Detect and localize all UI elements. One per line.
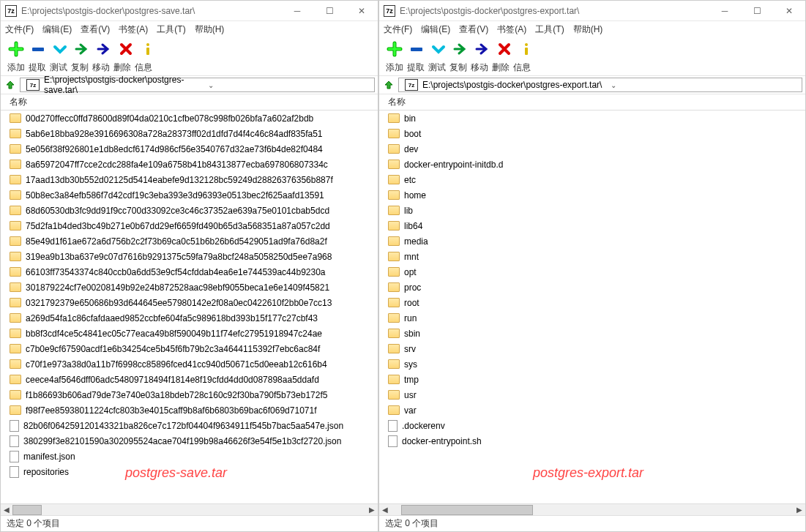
list-item[interactable]: 380299f3e82101590a302095524acae704f199b9… xyxy=(1,433,378,449)
up-icon[interactable] xyxy=(4,78,17,91)
scroll-left-icon[interactable]: ◀ xyxy=(379,504,391,516)
list-item[interactable]: bb8f3cdf4ce5c4841ec05c77eaca49b8f590049b… xyxy=(1,326,378,341)
list-item[interactable]: lib64 xyxy=(379,218,805,233)
list-item[interactable]: usr xyxy=(379,387,805,402)
add-icon[interactable] xyxy=(8,41,24,57)
list-item[interactable]: 319ea9b13ba637e9c07d7616b9291375c59fa79a… xyxy=(1,249,378,264)
file-list[interactable]: 00d270ffecc0ffd78600d89f04da0210c1cfbe07… xyxy=(1,110,378,503)
app-icon: 7z xyxy=(384,5,395,17)
menu-tools[interactable]: 工具(T) xyxy=(157,23,185,36)
scroll-right-icon[interactable]: ▶ xyxy=(366,504,378,516)
list-item[interactable]: 66103ff73543374c840ccb0a6dd53e9cf54cfdda… xyxy=(1,264,378,280)
list-item[interactable]: 5e056f38f926801e1db8edcf6174d986cf56e354… xyxy=(1,141,378,157)
list-item[interactable]: 85e49d1f61ae672a6d756b2c2f73b69ca0c51b6b… xyxy=(1,233,378,249)
move-icon[interactable] xyxy=(96,41,112,57)
list-item[interactable]: bin xyxy=(379,110,805,126)
copy-icon[interactable] xyxy=(74,41,90,57)
scroll-right-icon[interactable]: ▶ xyxy=(794,504,805,516)
list-item[interactable]: 17aad13db30b552d02125d5414eabefe9d132128… xyxy=(1,172,378,187)
delete-icon[interactable] xyxy=(496,41,512,57)
list-item[interactable]: 0321792379e650686b93d644645ee57980142e2f… xyxy=(1,295,378,310)
column-header[interactable]: 名称 xyxy=(379,94,805,110)
dropdown-icon[interactable]: ⌄ xyxy=(208,81,372,89)
list-item[interactable]: 00d270ffecc0ffd78600d89f04da0210c1cfbe07… xyxy=(1,110,378,126)
list-item[interactable]: 50b8ec3a84efb586f7d42cdf19c3eba393e3d963… xyxy=(1,187,378,203)
up-icon[interactable] xyxy=(382,78,395,91)
menu-help[interactable]: 帮助(H) xyxy=(573,23,603,36)
delete-icon[interactable] xyxy=(118,41,134,57)
test-icon[interactable] xyxy=(52,41,68,57)
list-item[interactable]: lib xyxy=(379,203,805,218)
minimize-button[interactable]: ─ xyxy=(709,1,741,21)
list-item[interactable]: srv xyxy=(379,341,805,356)
address-input[interactable]: 7z E:\projects\postgis-docker\postgres-s… xyxy=(20,78,375,92)
minimize-button[interactable]: ─ xyxy=(281,1,313,21)
list-item[interactable]: 68d60530db3fc9dd91f9cc700d33092ce3c46c37… xyxy=(1,203,378,218)
add-icon[interactable] xyxy=(387,41,403,57)
scrollbar-horizontal[interactable]: ◀ ▶ xyxy=(1,503,378,515)
list-item[interactable]: 75d2fa1b4ded3bc49b271e0b67dd29ef6659fd49… xyxy=(1,218,378,233)
list-item[interactable]: media xyxy=(379,233,805,249)
scroll-left-icon[interactable]: ◀ xyxy=(1,504,12,516)
list-item[interactable]: etc xyxy=(379,172,805,187)
menu-bookmark[interactable]: 书签(A) xyxy=(119,23,148,36)
list-item[interactable]: c70f1e973a38d0a11b7f6998cc85896fced41cc9… xyxy=(1,356,378,372)
column-header[interactable]: 名称 xyxy=(1,94,378,110)
list-item[interactable]: 82b06f064259120143321ba826ce7c172bf04404… xyxy=(1,418,378,433)
list-item[interactable]: dev xyxy=(379,141,805,157)
list-item[interactable]: proc xyxy=(379,280,805,295)
menu-bookmark[interactable]: 书签(A) xyxy=(497,23,526,36)
list-item[interactable]: .dockerenv xyxy=(379,418,805,433)
extract-icon[interactable] xyxy=(30,41,46,57)
titlebar[interactable]: 7z E:\projects\postgis-docker\postgres-e… xyxy=(379,1,805,21)
list-item[interactable]: boot xyxy=(379,126,805,141)
list-item[interactable]: ceece4af5646dff06adc54809718494f1814e8f1… xyxy=(1,372,378,387)
list-item[interactable]: 8a65972047ff7cce2cdc288fa4e109a6758b41b8… xyxy=(1,157,378,172)
extract-icon[interactable] xyxy=(408,41,425,57)
dropdown-icon[interactable]: ⌄ xyxy=(611,81,799,89)
list-item[interactable]: run xyxy=(379,310,805,326)
address-input[interactable]: 7z E:\projects\postgis-docker\postgres-e… xyxy=(398,78,802,92)
move-icon[interactable] xyxy=(474,41,490,57)
list-item[interactable]: opt xyxy=(379,264,805,280)
menu-file[interactable]: 文件(F) xyxy=(384,23,412,36)
list-item[interactable]: c7b0e9cf67590acdf1e6b34254ce5b45f6fb79b2… xyxy=(1,341,378,356)
list-item[interactable]: root xyxy=(379,295,805,310)
list-item[interactable]: a269d54fa1c86cfafdaaed9852ccbfe604fa5c98… xyxy=(1,310,378,326)
folder-icon xyxy=(388,113,400,123)
maximize-button[interactable]: ☐ xyxy=(313,1,346,21)
list-item[interactable]: sys xyxy=(379,356,805,372)
list-item[interactable]: var xyxy=(379,402,805,418)
close-button[interactable]: ✕ xyxy=(346,1,378,21)
list-item[interactable]: f1b86693b606ad79de73e740e03a18bdeb728c16… xyxy=(1,387,378,402)
list-item[interactable]: home xyxy=(379,187,805,203)
info-icon[interactable] xyxy=(140,41,156,57)
list-item[interactable]: 301879224cf7e00208149b92e24b872528aac98e… xyxy=(1,280,378,295)
menu-tools[interactable]: 工具(T) xyxy=(535,23,564,36)
list-item[interactable]: docker-entrypoint.sh xyxy=(379,433,805,449)
test-icon[interactable] xyxy=(430,41,447,57)
file-list[interactable]: binbootdevdocker-entrypoint-initdb.detch… xyxy=(379,110,805,503)
list-item[interactable]: sbin xyxy=(379,326,805,341)
menu-view[interactable]: 查看(V) xyxy=(81,23,110,36)
file-name: docker-entrypoint-initdb.d xyxy=(404,160,503,170)
scrollbar-horizontal[interactable]: ◀ ▶ xyxy=(379,503,805,515)
titlebar[interactable]: 7z E:\projects\postgis-docker\postgres-s… xyxy=(1,1,378,21)
list-item[interactable]: tmp xyxy=(379,372,805,387)
maximize-button[interactable]: ☐ xyxy=(741,1,773,21)
menu-edit[interactable]: 编辑(E) xyxy=(42,23,72,36)
info-icon[interactable] xyxy=(518,41,534,57)
scroll-thumb[interactable] xyxy=(12,505,42,515)
close-button[interactable]: ✕ xyxy=(773,1,805,21)
list-item[interactable]: docker-entrypoint-initdb.d xyxy=(379,157,805,172)
menu-view[interactable]: 查看(V) xyxy=(459,23,488,36)
list-item[interactable]: 5ab6e18bba928e3916696308a728a28373ff02d1… xyxy=(1,126,378,141)
list-item[interactable]: manifest.json xyxy=(1,449,378,464)
menu-help[interactable]: 帮助(H) xyxy=(195,23,225,36)
scroll-thumb[interactable] xyxy=(401,505,533,515)
menu-edit[interactable]: 编辑(E) xyxy=(421,23,450,36)
copy-icon[interactable] xyxy=(452,41,469,57)
list-item[interactable]: mnt xyxy=(379,249,805,264)
menu-file[interactable]: 文件(F) xyxy=(5,23,34,36)
list-item[interactable]: f98f7ee85938011224cfc803b3e4015caff9b8af… xyxy=(1,402,378,418)
